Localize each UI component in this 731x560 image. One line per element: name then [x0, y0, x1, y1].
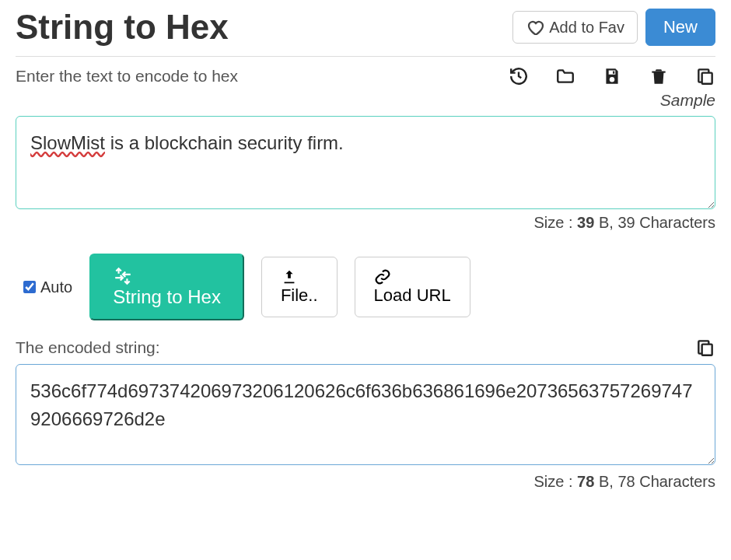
copy-output-icon[interactable]	[695, 338, 715, 358]
add-to-fav-button[interactable]: Add to Fav	[512, 11, 638, 44]
size-chars-unit: Characters	[635, 214, 715, 231]
svg-rect-1	[652, 72, 665, 73]
file-button[interactable]: File..	[261, 257, 338, 317]
copy-icon[interactable]	[695, 66, 715, 86]
svg-rect-3	[702, 345, 712, 355]
size-prefix: Size :	[534, 214, 578, 231]
input-size-info: Size : 39 B, 39 Characters	[16, 214, 715, 232]
size-chars-unit-out: Characters	[635, 473, 715, 490]
folder-icon[interactable]	[555, 66, 575, 86]
action-row: Auto String to Hex File.. Load URL	[23, 254, 715, 320]
output-label: The encoded string:	[16, 338, 160, 357]
trash-icon[interactable]	[649, 66, 669, 86]
output-textarea[interactable]	[16, 364, 715, 465]
auto-checkbox[interactable]	[23, 281, 36, 293]
add-to-fav-label: Add to Fav	[549, 19, 624, 37]
input-icon-row	[509, 66, 715, 86]
auto-label: Auto	[40, 278, 72, 296]
sample-link[interactable]: Sample	[16, 91, 715, 110]
input-textarea[interactable]: SlowMist is a blockchain security firm.	[16, 116, 715, 209]
size-prefix-out: Size :	[534, 473, 578, 490]
upload-icon	[281, 268, 318, 285]
svg-point-0	[610, 77, 615, 82]
convert-label: String to Hex	[113, 286, 221, 307]
output-size-chars: 78	[617, 473, 635, 490]
input-instruction: Enter the text to encode to hex	[16, 67, 238, 86]
transform-icon	[113, 266, 221, 286]
header-actions: Add to Fav New	[512, 9, 715, 46]
output-size-bytes: 78	[577, 473, 594, 490]
size-b-unit-out: B,	[594, 473, 617, 490]
auto-checkbox-wrapper[interactable]: Auto	[23, 278, 72, 296]
load-url-label: Load URL	[374, 285, 451, 305]
size-b-unit: B,	[594, 214, 617, 231]
new-button[interactable]: New	[645, 9, 715, 46]
link-icon	[374, 268, 451, 285]
load-url-button[interactable]: Load URL	[355, 257, 470, 317]
header: String to Hex Add to Fav New	[16, 8, 715, 57]
input-spelled-word: SlowMist	[30, 132, 105, 153]
file-label: File..	[281, 285, 318, 305]
save-icon[interactable]	[602, 66, 622, 86]
convert-button[interactable]: String to Hex	[89, 254, 244, 320]
output-size-info: Size : 78 B, 78 Characters	[16, 473, 715, 491]
page-title: String to Hex	[16, 8, 229, 47]
output-header: The encoded string:	[16, 338, 715, 358]
input-size-chars: 39	[617, 214, 635, 231]
svg-rect-2	[702, 73, 712, 84]
input-size-bytes: 39	[577, 214, 594, 231]
input-toolbar: Enter the text to encode to hex	[16, 66, 715, 86]
new-label: New	[663, 17, 698, 37]
history-icon[interactable]	[509, 66, 529, 86]
heart-icon	[526, 18, 544, 37]
input-rest-text: is a blockchain security firm.	[105, 132, 344, 153]
